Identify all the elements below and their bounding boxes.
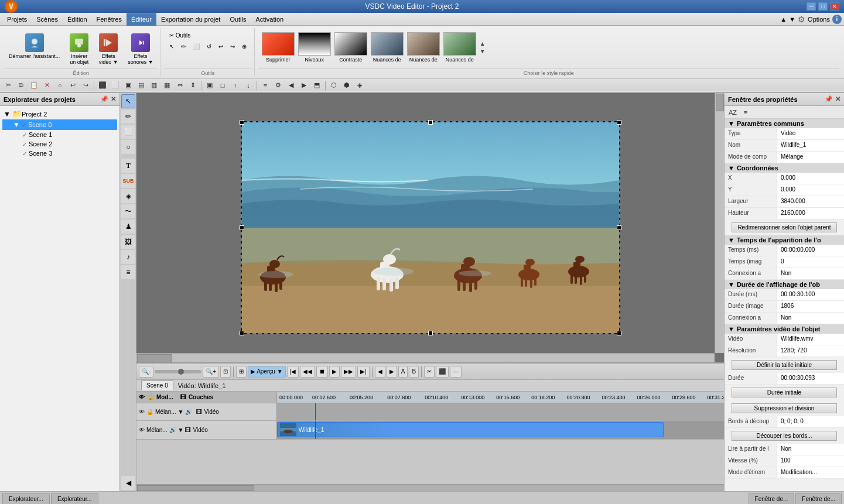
minimize-button[interactable]: ─ [807, 2, 816, 11]
tb-align-h[interactable]: ⇔ [174, 80, 186, 91]
tb-align-right[interactable]: ▣ [122, 80, 134, 91]
quick-style-nuances1[interactable]: Nuances de [370, 30, 405, 64]
tb-align-top[interactable]: ▤ [135, 80, 147, 91]
section-video-params[interactable]: ▼ Paramètres vidéo de l'objet [725, 324, 844, 334]
menu-activation[interactable]: Activation [251, 13, 289, 26]
left-tab-2[interactable]: Explorateur... [51, 493, 98, 504]
btn-tool-4[interactable]: ↺ [204, 42, 214, 52]
tb-ungroup[interactable]: □ [217, 80, 228, 91]
tree-item-scene0[interactable]: ▼ ✓ Scene 0 [2, 119, 117, 130]
tl-scissors2[interactable]: ⬛ [436, 366, 449, 378]
panel-pin-icon[interactable]: 📌 [100, 95, 108, 103]
menu-scenes[interactable]: Scènes [32, 13, 63, 26]
left-tab-1[interactable]: Explorateur... [2, 493, 50, 504]
tool-subtitle[interactable]: SUB [121, 174, 135, 188]
btn-tool-3[interactable]: ⬜ [190, 42, 203, 52]
tl-mark-b[interactable]: B [409, 366, 419, 378]
track-vis-icon[interactable]: 👁 [139, 427, 145, 433]
tree-item-project[interactable]: ▼ 📁 Project 2 [2, 108, 117, 119]
tool-text[interactable]: T [121, 159, 135, 173]
btn-duree-initiale[interactable]: Durée initiale [732, 388, 837, 397]
tl-cut[interactable]: ✂ [424, 366, 435, 378]
tb-align-center[interactable]: ⬜ [110, 80, 121, 91]
menu-projets[interactable]: Projets [2, 13, 32, 26]
btn-tool-6[interactable]: ↪ [227, 42, 238, 52]
tb-undo[interactable]: ↩ [67, 80, 78, 91]
tl-zoom-out[interactable]: 🔍- [139, 366, 153, 378]
tb-ellipse[interactable]: ○ [54, 80, 66, 91]
btn-define-size[interactable]: Définir la taille initiale [732, 360, 837, 370]
canvas-container[interactable] [136, 93, 724, 362]
tl-red[interactable]: — [450, 366, 462, 378]
handle-tl[interactable] [240, 120, 244, 125]
scene-tab-0[interactable]: Scene 0 [141, 380, 173, 390]
menu-editeur[interactable]: Éditeur [127, 13, 156, 26]
tool-nav-left[interactable]: ◀ [121, 476, 135, 490]
tb-paste[interactable]: 📋 [28, 80, 40, 91]
tool-draw[interactable]: ✏ [121, 109, 135, 124]
tool-list[interactable]: ≡ [121, 265, 135, 279]
tl-play[interactable]: ▶ [329, 366, 340, 378]
quick-style-niveaux[interactable]: Niveaux [297, 30, 332, 64]
tl-play-btn[interactable]: ▶ Aperçu ▼ [248, 366, 285, 378]
vscroll-thumb[interactable] [716, 94, 724, 111]
prop-sort-icon[interactable]: AZ [727, 107, 739, 118]
tb-prop[interactable]: ⚙ [272, 80, 284, 91]
tb-delete[interactable]: ✕ [41, 80, 53, 91]
tb-copy[interactable]: ⧉ [15, 80, 27, 91]
menu-outils[interactable]: Outils [225, 13, 251, 26]
btn-tool-1[interactable]: ↖ [166, 42, 177, 52]
video-clip-wildlife[interactable]: Wildlife_1 [277, 422, 664, 437]
tl-prev-frame[interactable]: ◀◀ [300, 366, 315, 378]
tb-list[interactable]: ≡ [259, 80, 271, 91]
menu-nav-down[interactable]: ▼ [789, 16, 795, 23]
handle-mr[interactable] [617, 225, 621, 230]
scroll-down-arrow[interactable]: ▼ [480, 48, 486, 54]
quick-style-nuances3[interactable]: Nuances de [442, 30, 477, 64]
timeline-scrollbar-h[interactable] [136, 484, 724, 491]
prop-pin-icon[interactable]: 📌 [825, 95, 833, 103]
btn-tool-7[interactable]: ⊕ [239, 42, 250, 52]
options-label[interactable]: Options [808, 16, 830, 23]
track-eye-icon[interactable]: 👁 [139, 409, 145, 415]
track-video-content[interactable]: Wildlife_1 [277, 421, 724, 439]
tb-cut[interactable]: ✂ [2, 80, 14, 91]
prop-close-icon[interactable]: ✕ [835, 95, 840, 103]
tl-snap[interactable]: ⊞ [236, 366, 247, 378]
tool-select[interactable]: ↖ [121, 94, 135, 108]
btn-tool-2[interactable]: ✏ [178, 42, 189, 52]
panel-close-icon[interactable]: ✕ [111, 95, 116, 103]
btn-effets-video[interactable]: Effetsvidéo ▼ [94, 30, 122, 68]
btn-effets-sonores[interactable]: Effetssonores ▼ [124, 30, 157, 68]
handle-bl[interactable] [240, 331, 244, 335]
tb-extra3[interactable]: ◈ [354, 80, 365, 91]
tool-music[interactable]: ♪ [121, 250, 135, 264]
tb-marker1[interactable]: ◀ [285, 80, 297, 91]
right-tab-2[interactable]: Fenêtre de... [795, 493, 842, 504]
tb-align-v[interactable]: ⇕ [187, 80, 199, 91]
info-icon[interactable]: i [832, 15, 842, 24]
tool-freehand[interactable]: 〜 [121, 204, 135, 218]
canvas-scrollbar-vertical[interactable] [715, 93, 724, 353]
close-button[interactable]: ✕ [830, 2, 839, 11]
tb-front[interactable]: ↑ [230, 80, 241, 91]
tree-item-scene3[interactable]: ✓ Scene 3 [2, 149, 117, 158]
tl-mark-a[interactable]: A [398, 366, 408, 378]
tl-marker-out[interactable]: ▶ [387, 366, 397, 378]
tb-align-bottom[interactable]: ▦ [161, 80, 173, 91]
btn-tool-5[interactable]: ↩ [216, 42, 226, 52]
tree-item-scene1[interactable]: ✓ Scene 1 [2, 130, 117, 139]
menu-edition[interactable]: Édition [63, 13, 92, 26]
tl-next-frame[interactable]: ▶▶ [341, 366, 356, 378]
tl-zoom-in[interactable]: 🔍+ [203, 366, 219, 378]
tree-item-scene2[interactable]: ✓ Scene 2 [2, 139, 117, 149]
tool-shape[interactable]: ◈ [121, 189, 135, 203]
tl-zoom-fit[interactable]: ⊡ [220, 366, 231, 378]
section-appearance-time[interactable]: ▼ Temps de l'apparition de l'o [725, 235, 844, 245]
handle-bm[interactable] [428, 331, 433, 335]
track-expand2-icon[interactable]: ▼ [178, 427, 184, 433]
btn-redimensionner[interactable]: Redimensionner selon l'objet parent [732, 222, 837, 232]
tl-stop[interactable]: ⏹ [316, 366, 328, 378]
handle-br[interactable] [617, 331, 621, 335]
quick-style-supprimer[interactable]: Supprimer [261, 30, 296, 64]
